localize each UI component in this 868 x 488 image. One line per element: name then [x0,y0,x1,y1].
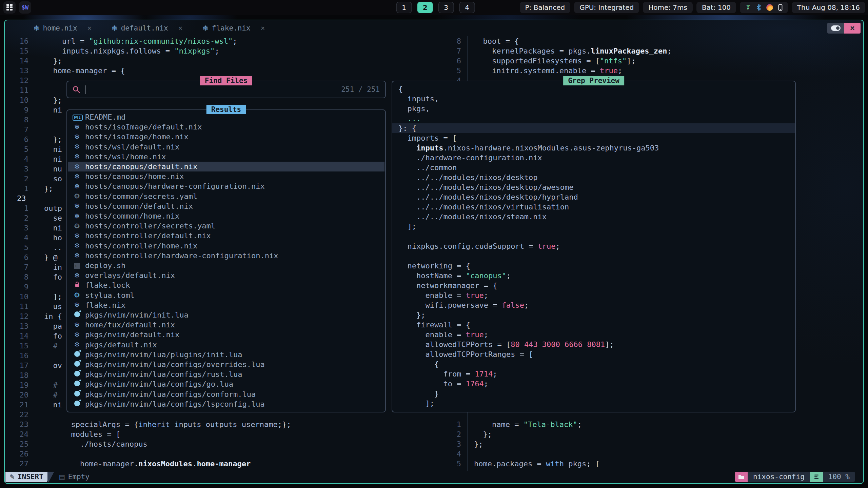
code-line: 3}; [5,439,863,449]
line-text: ni [44,400,62,410]
file-result[interactable]: ⚙hosts/controller/secrets.yaml [68,221,384,231]
battery-module[interactable]: Bat: 100 [696,2,736,13]
workspace-button-1[interactable]: 1 [396,2,412,13]
line-text: ni [44,154,62,164]
preview-line: hostName = "canopus"; [392,271,795,281]
file-result[interactable]: ❄hosts/canopus/home.nix [68,171,384,181]
file-result[interactable]: ❄hosts/isoImage/default.nix [68,122,384,132]
file-result[interactable]: pkgs/nvim/nvim/lua/configs/lspconfig.lua [68,399,384,409]
code-line: 5 initrd.systemd.enable = true; [5,66,863,76]
file-status-label: Empty [68,473,90,481]
file-result[interactable]: ❄flake.nix [68,300,384,310]
file-result-label: hosts/canopus/hardware-configuration.nix [85,182,265,190]
file-result[interactable]: ⚙stylua.toml [68,290,384,300]
file-result[interactable]: pkgs/nvim/nvim/lua/configs/conform.lua [68,389,384,399]
preview-line: ../../modules/nixos/virtualisation [392,202,795,212]
power-profile-module[interactable]: P: Balanced [520,2,571,13]
preview-line: } [392,389,795,399]
flame-tray-icon[interactable] [766,4,773,11]
file-result[interactable]: pkgs/nvim/nvim/lua/configs/go.lua [68,379,384,389]
tab-flake.nix[interactable]: ❄flake.nix× [202,24,265,33]
nix-icon: ❄ [73,341,81,349]
file-result-label: hosts/isoImage/home.nix [85,133,189,141]
lines-icon [814,474,819,480]
file-result[interactable]: pkgs/nvim/nvim/init.lua [68,310,384,320]
file-result[interactable]: pkgs/nvim/nvim/lua/configs/overrides.lua [68,360,384,369]
line-number: 2 [5,174,28,184]
picker-title-badge: Find Files [200,76,252,85]
line-number: 9 [5,105,28,115]
preview-line [392,231,795,241]
file-result[interactable]: ❄home/tux/default.nix [68,320,384,330]
line-number: 10 [5,95,28,105]
workspace-button-2[interactable]: 2 [417,2,433,13]
file-result-label: hosts/common/secrets.yaml [85,192,197,201]
preview-line: nixpkgs.config.cudaSupport = true; [392,241,795,251]
preview-line: ../common [392,163,795,172]
line-text: in [44,262,62,272]
scroll-badge [810,472,823,482]
file-result[interactable]: ❄hosts/wsl/default.nix [68,142,384,152]
tab-close-icon[interactable]: × [261,24,265,32]
file-result[interactable]: ›_deploy.sh [68,261,384,270]
line-number: 2 [439,429,461,439]
window-manager-icon: $W [22,4,28,11]
workspace-button-3[interactable]: 3 [438,2,454,13]
tab-close-icon[interactable]: × [178,24,183,32]
file-result[interactable]: pkgs/nvim/nvim/lua/plugins/init.lua [68,350,384,360]
line-number: 3 [5,164,28,174]
workspace-button-4[interactable]: 4 [459,2,475,13]
preview-line: firewall = { [392,320,795,330]
phone-icon[interactable] [778,4,783,11]
file-result[interactable]: ❄hosts/canopus/hardware-configuration.ni… [68,181,384,191]
line-text: }; [44,184,53,194]
file-result[interactable]: flake.lock [68,280,384,290]
file-result-label: flake.nix [85,301,125,309]
tab-close-icon[interactable]: × [87,24,92,32]
file-result[interactable]: ❄hosts/controller/default.nix [68,231,384,241]
scissors-tray-icon[interactable]: ✂ [744,5,752,11]
nix-icon: ❄ [73,232,81,240]
app-launcher-button[interactable] [3,1,16,14]
line-number: 7 [5,125,28,135]
line-number: 8 [5,115,28,125]
window-manager-button[interactable]: $W [19,1,31,14]
file-result[interactable]: ❄hosts/wsl/home.nix [68,152,384,162]
file-result[interactable]: ❄hosts/controller/home.nix [68,241,384,251]
line-number: 8 [439,36,461,46]
file-result[interactable]: ❄hosts/controller/hardware-configuration… [68,251,384,261]
gpu-module[interactable]: GPU: Integrated [574,2,639,13]
terminal-icon: ›_ [73,262,81,269]
file-result[interactable]: pkgs/nvim/nvim/lua/configs/rust.lua [68,369,384,379]
tab-label: default.nix [121,24,168,32]
file-result[interactable]: ❄overlays/default.nix [68,270,384,280]
system-tray: ✂ [740,2,788,13]
bar-left-group: $W [3,1,31,14]
file-result[interactable]: ❄hosts/canopus/default.nix [68,162,384,171]
nix-icon: ❄ [73,143,81,151]
ping-module[interactable]: Home: 7ms [643,2,693,13]
line-text: fo [44,331,62,341]
file-result[interactable]: ⚙hosts/common/secrets.yaml [68,191,384,201]
picker-preview-box: { inputs, pkgs, ...}: { imports = [ inpu… [392,81,796,412]
file-result[interactable]: ❄hosts/common/default.nix [68,201,384,211]
nix-icon: ❄ [73,251,81,260]
lua-icon [73,391,81,398]
window-pin-toggle-button[interactable] [827,23,844,34]
window-close-button[interactable]: × [844,23,861,34]
file-result[interactable]: ❄hosts/isoImage/home.nix [68,132,384,142]
file-result[interactable]: ❄pkgs/default.nix [68,340,384,350]
text-cursor [85,85,85,94]
nix-icon: ❄ [73,321,81,329]
window-controls: × [827,23,861,34]
bluetooth-icon[interactable] [756,4,761,11]
preview-line: ]; [392,222,795,231]
tab-default.nix[interactable]: ❄default.nix× [111,24,182,33]
lua-icon [73,371,81,378]
file-result[interactable]: ❄pkgs/nvim/default.nix [68,330,384,340]
tab-home.nix[interactable]: ❄home.nix× [33,24,92,33]
line-text: kernelPackages = pkgs.linuxPackages_zen; [474,46,672,56]
file-result[interactable]: ❄hosts/common/home.nix [68,211,384,221]
line-number: 7 [439,46,461,56]
clock-module[interactable]: Thu Aug 08, 18:16 [792,2,865,13]
